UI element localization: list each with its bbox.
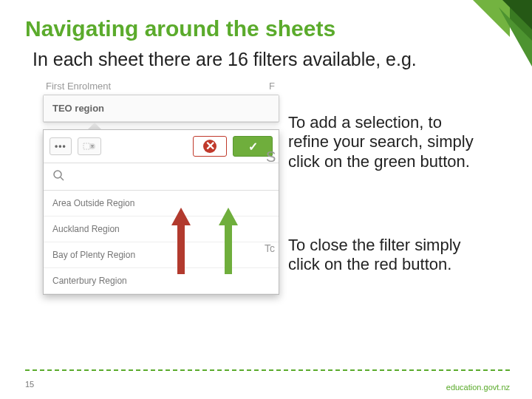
instruction-close: To close the filter simply click on the … xyxy=(288,236,480,275)
footer-divider xyxy=(25,369,510,371)
column-header-f: F xyxy=(269,81,275,92)
close-icon: ✕ xyxy=(203,140,216,153)
check-icon: ✓ xyxy=(248,140,258,153)
green-arrow xyxy=(219,208,238,277)
footer-domain: education.govt.nz xyxy=(446,383,510,392)
list-item[interactable]: Canterbury Region xyxy=(44,268,279,294)
filter-dropdown-screenshot: First Enrolment F TEO region ••• ✕ ✓ xyxy=(43,76,279,295)
svg-marker-9 xyxy=(219,208,238,274)
letter-tc: Tc xyxy=(265,242,275,254)
page-number: 15 xyxy=(25,380,34,389)
corner-triangles xyxy=(429,0,532,66)
filter-label[interactable]: TEO region xyxy=(44,95,279,122)
svg-rect-4 xyxy=(83,143,90,149)
svg-line-7 xyxy=(61,177,64,180)
list-item[interactable]: Bay of Plenty Region xyxy=(44,242,279,268)
svg-marker-1 xyxy=(473,0,510,37)
clear-selection-button[interactable] xyxy=(78,137,101,155)
search-icon xyxy=(52,169,64,184)
more-options-button[interactable]: ••• xyxy=(50,137,72,155)
svg-point-6 xyxy=(54,171,61,178)
column-header-first-enrolment: First Enrolment xyxy=(46,81,111,92)
svg-marker-8 xyxy=(171,208,191,274)
instruction-add: To add a selection, to refine your searc… xyxy=(288,113,480,171)
cancel-button[interactable]: ✕ xyxy=(193,136,227,157)
list-item[interactable]: Auckland Region xyxy=(44,216,279,242)
letter-s: S xyxy=(266,149,276,166)
list-item[interactable]: Area Outside Region xyxy=(44,191,279,216)
red-arrow xyxy=(171,208,191,277)
search-input[interactable] xyxy=(44,163,279,191)
filter-dropdown: ••• ✕ ✓ Area Outside Region Auckland Reg… xyxy=(43,129,279,295)
